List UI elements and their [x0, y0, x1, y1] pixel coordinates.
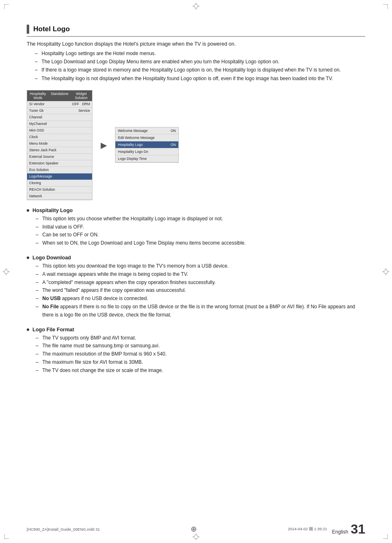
crosshair-top-icon [192, 2, 200, 10]
section-hospitality-logo: Hospitality Logo This option lets you ch… [27, 208, 365, 247]
ld-bullet-4: The word "failed" appears if the copy op… [36, 287, 365, 295]
menu-row-stereojack: Stereo Jack Pack [27, 147, 92, 154]
logo-download-bullets: This option lets you download the logo i… [27, 262, 365, 319]
intro-bullet-4: The Hospitality logo is not displayed wh… [35, 75, 365, 83]
section-logo-download: Logo Download This option lets you downl… [27, 255, 365, 319]
menu-row-reachsolution: REACH Solution [27, 187, 92, 193]
footer-right: 2014-04-02 圖 1:39:21 English 31 [288, 522, 365, 536]
menu-row-logomessage: Logo/Message [27, 173, 92, 180]
menu-row-clock: Clock [27, 134, 92, 141]
menu-row-mychannel: MyChannel [27, 121, 92, 127]
submenu-row-logodisplaytime: Logo Display Time [115, 155, 178, 162]
page-number: 31 [350, 522, 365, 536]
title-accent-bar [27, 25, 29, 34]
menu-row-tuner: Tuner GkService [27, 108, 92, 114]
bullet-dot-icon [27, 209, 29, 212]
footer-filename: [HC890_ZA]Install_Guide_00ENG.indd 31 [27, 527, 100, 531]
ld-bullet-2: A wait message appears while the image i… [36, 270, 365, 279]
menu-header-widget: Widget Solution [70, 90, 92, 101]
lf-bullet-2: The file name must be samsung.bmp or sam… [36, 342, 365, 350]
main-content: Hotel Logo The Hospitality Logo function… [0, 0, 392, 415]
lf-bullet-5: The TV does not change the size or scale… [36, 367, 365, 375]
hospitality-logo-title: Hospitality Logo [27, 208, 365, 213]
menu-row-menumode: Menu Mode [27, 141, 92, 147]
bullet-dot-2-icon [27, 256, 29, 259]
bullet-dot-3-icon [27, 328, 29, 331]
submenu-panel: Welcome MessageON Edit Welcome Message H… [115, 127, 179, 163]
logo-download-title: Logo Download [27, 255, 365, 261]
menu-header-standalone: Standalone [49, 90, 71, 101]
ld-bullet-1: This option lets you download the logo i… [36, 262, 365, 270]
ld-bullet-6: No File appears if there is no file to c… [36, 303, 365, 319]
logo-file-format-title: Logo File Format [27, 327, 365, 333]
navigation-arrow-icon: ▶ [101, 140, 107, 150]
intro-text: The Hospitality Logo function displays t… [27, 40, 365, 48]
page-container: Hotel Logo The Hospitality Logo function… [0, 0, 392, 543]
menu-row-miniosd: Mini OSD [27, 127, 92, 134]
menu-row-sivendor: SI VendorOFF DRM [27, 101, 92, 108]
page-label: English [332, 529, 348, 535]
crosshair-left-icon [2, 268, 10, 275]
hl-bullet-2: Initial value is OFF. [36, 223, 365, 231]
page-number-area: English 31 [332, 522, 365, 536]
crosshair-right-icon [382, 268, 390, 275]
intro-bullet-3: If there is a logo image stored in memor… [35, 66, 365, 74]
lf-bullet-3: The maximum resolution of the BMP format… [36, 350, 365, 358]
submenu-row-editwelcome: Edit Welcome Message [115, 134, 178, 141]
corner-mark-top-right [383, 4, 388, 9]
intro-bullet-list: Hospitality Logo settings are the Hotel … [27, 50, 365, 83]
intro-bullet-2: The Logo Download and Logo Display Menu … [35, 58, 365, 66]
intro-bullet-1: Hospitality Logo settings are the Hotel … [35, 50, 365, 58]
menu-header-hospitality: Hospitality Mode [27, 90, 49, 101]
hospitality-logo-bullets: This option lets you choose whether the … [27, 215, 365, 247]
menu-row-externalsource: External Source [27, 154, 92, 160]
submenu-row-hospitalitylogo: Hospitality LogoON [115, 141, 178, 148]
footer: [HC890_ZA]Install_Guide_00ENG.indd 31 ⊕ … [0, 522, 392, 536]
footer-crosshair-icon: ⊕ [191, 525, 197, 534]
hl-bullet-3: Can be set to OFF or ON. [36, 231, 365, 239]
screenshot-area: Hospitality Mode Standalone Widget Solut… [27, 90, 365, 200]
submenu-row-welcomemessage: Welcome MessageON [115, 127, 178, 134]
menu-header: Hospitality Mode Standalone Widget Solut… [27, 90, 92, 101]
ld-bullet-5: No USB appears if no USB device is conne… [36, 295, 365, 303]
section-logo-file-format: Logo File Format The TV supports only BM… [27, 327, 365, 375]
menu-row-ecosolution: Eco Solution [27, 167, 92, 173]
menu-row-cloning: Cloning [27, 180, 92, 187]
section-title-container: Hotel Logo [27, 25, 365, 37]
menu-row-channel: Channel [27, 114, 92, 121]
footer-date: 2014-04-02 圖 1:39:21 [288, 527, 327, 532]
lf-bullet-1: The TV supports only BMP and AVI format. [36, 334, 365, 342]
menu-row-network: Network [27, 193, 92, 200]
main-menu-panel: Hospitality Mode Standalone Widget Solut… [27, 90, 92, 200]
section-title: Hotel Logo [33, 25, 70, 33]
hl-bullet-1: This option lets you choose whether the … [36, 215, 365, 223]
submenu-row-hospitalitylogodn: Hospitality Logo Dn [115, 148, 178, 155]
corner-mark-top-left [4, 4, 9, 9]
ld-bullet-3: A "completed" message appears when the c… [36, 279, 365, 287]
hl-bullet-4: When set to ON, the Logo Download and Lo… [36, 239, 365, 247]
lf-bullet-4: The maximum file size for AVI format is … [36, 358, 365, 367]
menu-row-extensionspeaker: Extension Speaker [27, 160, 92, 167]
logo-file-format-bullets: The TV supports only BMP and AVI format.… [27, 334, 365, 375]
